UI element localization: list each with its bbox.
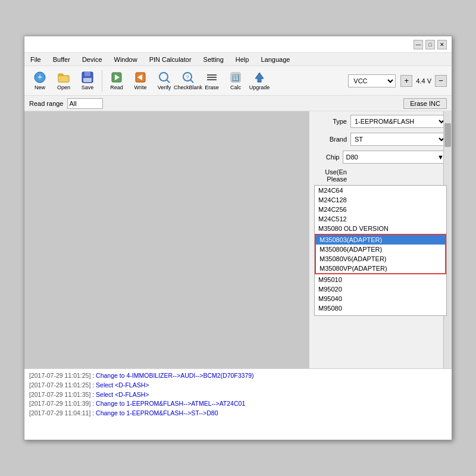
type-label: Type xyxy=(314,118,347,125)
save-button[interactable]: Save xyxy=(77,68,98,93)
titlebar: — □ ✕ xyxy=(24,36,452,53)
menu-device[interactable]: Device xyxy=(80,55,105,64)
read-button[interactable]: Read xyxy=(106,68,127,93)
open-button[interactable]: Open xyxy=(53,68,74,93)
chip-label: Chip xyxy=(314,154,339,161)
maximize-button[interactable]: □ xyxy=(425,40,435,49)
chip-dropdown: M24C64 M24C128 M24C256 M24C512 M35080 OL… xyxy=(314,185,447,316)
log-time-0: [2017-07-29 11:01:25] xyxy=(29,372,90,379)
brand-label: Brand xyxy=(314,136,347,143)
chip-item-M350806[interactable]: M350806(ADAPTER) xyxy=(316,245,445,254)
menu-language[interactable]: Language xyxy=(258,55,292,64)
write-label: Write xyxy=(134,84,147,90)
save-label: Save xyxy=(82,84,94,90)
svg-marker-21 xyxy=(255,73,264,82)
type-row: Type 1-EEPROM&FLASH xyxy=(314,115,447,128)
log-time-3: [2017-07-29 11:01:39] xyxy=(29,400,90,407)
scroll-thumb xyxy=(444,123,451,147)
calc-label: Calc xyxy=(230,84,241,90)
svg-text:🔢: 🔢 xyxy=(231,73,240,82)
svg-text:+: + xyxy=(37,72,42,82)
log-entry-2: [2017-07-29 11:01:35] : Select <D-FLASH> xyxy=(29,390,447,400)
svg-text:?: ? xyxy=(186,74,189,80)
type-select[interactable]: 1-EEPROM&FLASH xyxy=(350,115,447,128)
readrange-bar: Read range Erase INC xyxy=(24,96,452,111)
toolbar-right: VCC + 4.4 V − xyxy=(348,74,447,87)
chip-item-M95010[interactable]: M95010 xyxy=(315,275,446,284)
voltage-minus-button[interactable]: − xyxy=(435,75,447,87)
chip-item-M95020[interactable]: M95020 xyxy=(315,284,446,294)
log-text-3: : Change to 1-EEPROM&FLASH-->ATMEL-->AT2… xyxy=(92,400,245,407)
use-label: Use(En xyxy=(314,168,347,176)
toolbar: + New Open Save xyxy=(24,66,452,96)
chip-item-M24C512[interactable]: M24C512 xyxy=(315,214,446,224)
side-panel: Type 1-EEPROM&FLASH Brand ST Chip D80 ▼ xyxy=(309,111,452,368)
svg-rect-5 xyxy=(84,72,90,76)
erase-button[interactable]: Erase xyxy=(201,68,223,93)
svg-rect-6 xyxy=(83,78,92,82)
chip-item-M35080VP[interactable]: M35080VP(ADAPTER) xyxy=(316,264,445,273)
chip-item-M350803[interactable]: M350803(ADAPTER) xyxy=(316,235,445,245)
menu-window[interactable]: Window xyxy=(112,55,140,64)
please-label: Please xyxy=(314,176,347,183)
svg-rect-3 xyxy=(58,76,69,82)
please-row: Please xyxy=(314,176,447,183)
voltage-value: 4.4 V xyxy=(414,77,434,84)
svg-line-14 xyxy=(190,80,193,83)
chip-item-M24C64[interactable]: M24C64 xyxy=(315,186,446,195)
verify-icon xyxy=(158,71,171,84)
calc-icon: 🔢 xyxy=(229,71,242,84)
voltage-plus-button[interactable]: + xyxy=(400,75,412,87)
chip-item-M24C256[interactable]: M24C256 xyxy=(315,205,446,214)
vcc-select[interactable]: VCC xyxy=(348,74,396,87)
log-area: [2017-07-29 11:01:25] : Change to 4-IMMO… xyxy=(24,368,452,440)
log-time-1: [2017-07-29 11:01:25] xyxy=(29,381,90,389)
checkblank-label: CheckBlank xyxy=(174,84,202,90)
window-controls: — □ ✕ xyxy=(414,40,447,49)
svg-point-11 xyxy=(159,73,168,81)
write-button[interactable]: Write xyxy=(130,68,151,93)
chip-highlighted-group: M350803(ADAPTER) M350806(ADAPTER) M35080… xyxy=(315,234,446,274)
voltage-control: + 4.4 V − xyxy=(400,75,447,87)
menu-help[interactable]: Help xyxy=(233,55,252,64)
chip-item-M35080V6[interactable]: M35080V6(ADAPTER) xyxy=(316,254,445,264)
log-text-4: : Change to 1-EEPROM&FLASH-->ST-->D80 xyxy=(92,409,218,416)
minimize-button[interactable]: — xyxy=(414,40,423,49)
checkblank-icon: ? xyxy=(181,71,195,84)
main-window: — □ ✕ File Buffer Device Window PIN Calc… xyxy=(24,36,452,440)
calc-button[interactable]: 🔢 Calc xyxy=(225,68,246,93)
menu-setting[interactable]: Setting xyxy=(201,55,226,64)
brand-select[interactable]: ST xyxy=(350,133,447,146)
chip-current-value: D80 xyxy=(346,154,358,161)
menu-file[interactable]: File xyxy=(28,55,43,64)
erase-label: Erase xyxy=(205,84,219,90)
save-icon xyxy=(81,71,94,84)
chip-select-display[interactable]: D80 ▼ xyxy=(343,151,447,164)
menu-buffer[interactable]: Buffer xyxy=(51,55,73,64)
chip-row: Chip D80 ▼ xyxy=(314,151,447,164)
write-icon xyxy=(134,71,147,84)
open-icon xyxy=(57,71,70,84)
chip-item-M95040[interactable]: M95040 xyxy=(315,294,446,303)
read-label: Read xyxy=(110,84,123,90)
readrange-input[interactable] xyxy=(67,98,103,109)
close-button[interactable]: ✕ xyxy=(437,40,447,49)
svg-line-12 xyxy=(167,80,170,83)
log-time-2: [2017-07-29 11:01:35] xyxy=(29,391,90,398)
upgrade-button[interactable]: Upgrade xyxy=(249,68,270,93)
new-button[interactable]: + New xyxy=(29,68,51,93)
erase-inc-button[interactable]: Erase INC xyxy=(403,98,447,109)
log-text-1: : Select <D-FLASH> xyxy=(92,381,149,389)
chip-item-M24C128[interactable]: M24C128 xyxy=(315,195,446,205)
chip-item-M95080[interactable]: M95080 xyxy=(315,303,446,313)
verify-button[interactable]: Verify xyxy=(154,68,175,93)
menu-pin-calculator[interactable]: PIN Calculator xyxy=(147,55,194,64)
chip-item-M95160[interactable]: M95160 xyxy=(315,313,446,316)
brand-row: Brand ST xyxy=(314,133,447,146)
log-text-0: : Change to 4-IMMOBILIZER-->AUDI-->BCM2(… xyxy=(92,372,253,379)
checkblank-button[interactable]: ? CheckBlank xyxy=(177,68,199,93)
chip-item-M35080OLD[interactable]: M35080 OLD VERSION xyxy=(315,224,446,233)
use-row: Use(En xyxy=(314,168,447,176)
log-text-2: : Select <D-FLASH> xyxy=(92,391,149,398)
new-label: New xyxy=(35,84,45,90)
